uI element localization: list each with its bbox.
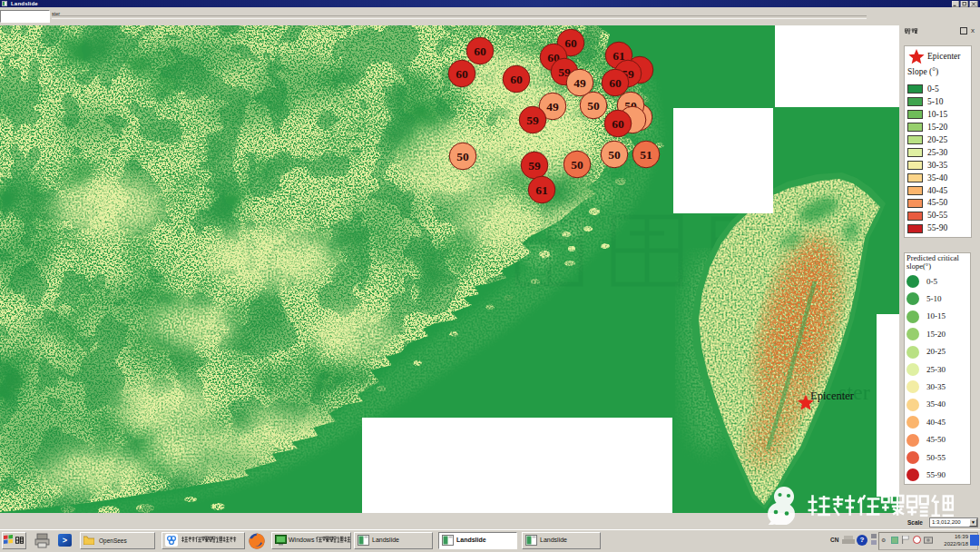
svg-text:61: 61: [612, 49, 625, 63]
svg-text:61: 61: [535, 183, 548, 197]
svg-text:60: 60: [612, 117, 624, 131]
svg-text:51: 51: [640, 148, 652, 162]
svg-text:50: 50: [571, 158, 583, 172]
svg-text:60: 60: [609, 76, 622, 90]
svg-text:50: 50: [456, 150, 469, 163]
svg-text:60: 60: [474, 44, 486, 58]
svg-text:60: 60: [564, 36, 577, 50]
svg-text:59: 59: [528, 159, 541, 172]
svg-text:59: 59: [526, 113, 539, 127]
svg-text:49: 49: [573, 76, 586, 90]
svg-text:49: 49: [546, 100, 559, 113]
svg-text:50: 50: [608, 148, 621, 162]
svg-text:60: 60: [510, 73, 523, 86]
svg-text:Epicenter: Epicenter: [810, 389, 855, 402]
svg-text:60: 60: [456, 67, 468, 81]
svg-text:50: 50: [587, 99, 600, 113]
